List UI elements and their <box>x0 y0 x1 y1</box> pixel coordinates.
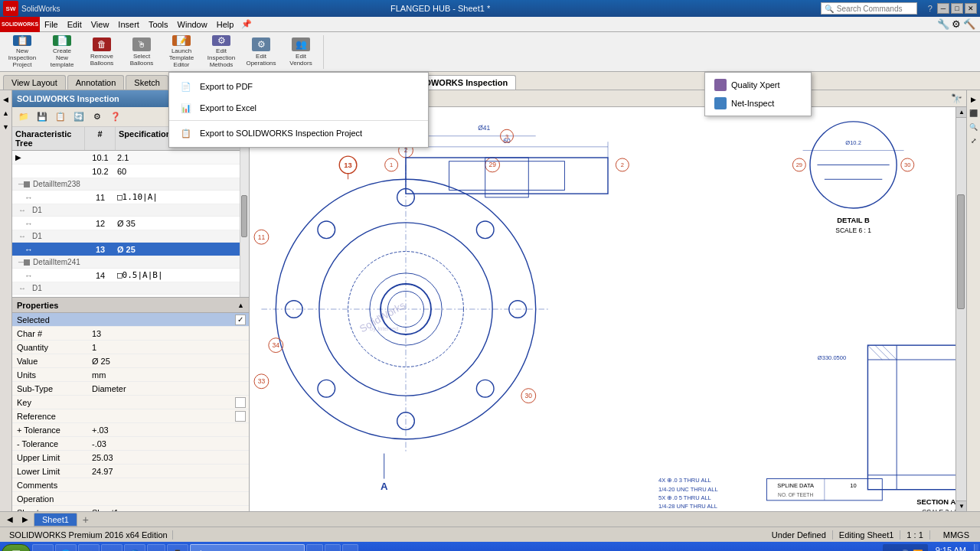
panel-tb-4[interactable]: 🔄 <box>70 109 87 126</box>
select-balloons-btn[interactable]: 🖱 Select Balloons <box>122 35 161 69</box>
launch-template-editor-btn[interactable]: 📝 Launch Template Editor <box>162 35 201 69</box>
rt-btn-1[interactable]: ▶ <box>968 93 980 106</box>
props-scrollbar-btn[interactable]: ▲ <box>237 302 244 309</box>
svg-text:29: 29 <box>796 161 802 168</box>
expand-icon[interactable]: ▶ <box>12 153 24 161</box>
search-input[interactable] <box>837 5 913 13</box>
menu-help[interactable]: Help <box>212 18 239 31</box>
taskbar-chrome[interactable]: 🔵 <box>124 544 145 551</box>
tiny-btn-1[interactable]: ◀ <box>0 93 12 106</box>
prop-label-minus-tol: - Tolerance <box>12 438 89 450</box>
search-box[interactable]: 🔍 <box>821 2 917 15</box>
menu-insert[interactable]: Insert <box>113 18 144 31</box>
sheet-tab-next[interactable]: ▶ <box>18 514 32 526</box>
taskbar-filemanager[interactable]: 📂 <box>78 544 100 551</box>
title-controls[interactable]: 🔍 ? ─ □ ✕ <box>821 2 977 15</box>
row-num-14: 14 <box>85 269 116 282</box>
prop-check-selected[interactable]: ✓ <box>235 315 246 325</box>
tree-scrollbar[interactable] <box>240 127 249 297</box>
pin-btn[interactable]: 📌 <box>241 19 252 29</box>
panel-tb-2[interactable]: 💾 <box>34 109 51 126</box>
edit-operations-btn[interactable]: ⚙ Edit Operations <box>242 35 280 69</box>
prop-label-lower: Lower Limit <box>12 465 89 478</box>
scrollbar-btn-down[interactable]: ▼ <box>956 500 966 511</box>
scrollbar-thumb[interactable] <box>241 195 247 238</box>
taskbar-calc[interactable]: 📱 <box>167 544 188 551</box>
panel-tb-6[interactable]: ❓ <box>107 109 124 126</box>
left-tiny-toolbar: ◀ ▲ ▼ <box>0 90 12 511</box>
minimize-btn[interactable]: ─ <box>937 3 949 14</box>
svg-text:29: 29 <box>488 161 496 168</box>
characteristic-tree[interactable]: Characteristic Tree # Specification ▶ 10… <box>12 127 249 297</box>
start-button[interactable]: ⊞ <box>2 544 31 551</box>
taskbar-outlook[interactable]: 📧 <box>101 544 122 551</box>
panel-tb-3[interactable]: 📋 <box>52 109 69 126</box>
taskbar-sw[interactable]: ⚙ FLANGED HUB - She... <box>190 544 305 551</box>
create-template-icon: 📄 <box>53 35 71 46</box>
menu-edit[interactable]: Edit <box>63 18 87 31</box>
remove-balloons-btn[interactable]: 🗑 Remove Balloons <box>83 35 121 69</box>
dropdown-item-pdf[interactable]: 📄 Export to PDF <box>169 76 428 97</box>
menu-file[interactable]: File <box>40 18 63 31</box>
prop-label-units: Units <box>12 369 89 381</box>
tab-annotation[interactable]: Annotation <box>67 75 125 90</box>
tab-view-layout[interactable]: View Layout <box>3 75 66 90</box>
menu-tools[interactable]: Tools <box>144 18 173 31</box>
tree-row-13[interactable]: ↔ 13 Ø 25 <box>12 243 249 256</box>
prop-check-reference[interactable] <box>235 411 246 422</box>
draw-tb-btn-zoom[interactable]: 🔭 <box>949 92 963 106</box>
taskbar: ⊞ 📁 🌐 📂 📧 🔵 W 📱 ⚙ FLANGED HUB - She... P… <box>0 542 980 551</box>
right-toolbar: ▶ ⬛ 🔍 ⤢ <box>966 90 980 511</box>
options-icon[interactable]: 🔨 <box>963 18 975 30</box>
help-btn[interactable]: ? <box>925 4 936 13</box>
edit-vendors-btn[interactable]: 👥 Edit Vendors <box>282 35 320 69</box>
edit-inspection-methods-btn[interactable]: ⚙ Edit Inspection Methods <box>202 35 240 69</box>
taskbar-ie[interactable]: 🌐 <box>55 544 77 551</box>
drawing-scrollbar-v[interactable]: ▲ ▼ <box>956 107 966 511</box>
sw-logo-menu: SOLIDWORKS <box>0 17 40 32</box>
prop-check-key[interactable] <box>235 397 246 408</box>
svg-text:NO. OF TEETH: NO. OF TEETH <box>778 492 813 497</box>
dropdown-item-sw-project[interactable]: 📋 Export to SOLIDWORKS Inspection Projec… <box>169 122 428 144</box>
taskbar-word[interactable]: W <box>147 544 165 551</box>
drawing-area[interactable]: 🔍 ⬜ ↖ ↗ ⬛ 🔭 <box>250 90 966 511</box>
sheet-tab-add[interactable]: + <box>79 513 93 527</box>
svg-text:SCALE 3 : 2: SCALE 3 : 2 <box>922 508 958 511</box>
prop-val-upper: 25.03 <box>89 452 249 464</box>
sheet-tab-1[interactable]: Sheet1 <box>34 513 77 527</box>
rt-btn-2[interactable]: ⬛ <box>968 107 980 119</box>
menu-view[interactable]: View <box>87 18 114 31</box>
close-btn[interactable]: ✕ <box>965 3 977 14</box>
gear-icon[interactable]: ⚙ <box>952 18 961 30</box>
taskbar-app[interactable]: A <box>342 544 358 551</box>
clock[interactable]: 9:15 AM 2/4/2016 <box>931 546 971 551</box>
show-desktop-btn[interactable] <box>974 544 978 551</box>
new-inspection-project-btn[interactable]: 📋 New Inspection Project <box>3 35 41 69</box>
maximize-btn[interactable]: □ <box>951 3 963 14</box>
tiny-btn-3[interactable]: ▼ <box>0 121 12 133</box>
panel-tb-1[interactable]: 📁 <box>15 109 32 126</box>
rt-btn-3[interactable]: 🔍 <box>968 121 980 133</box>
taskbar-sw2[interactable]: S <box>325 544 341 551</box>
panel-tb-5[interactable]: ⚙ <box>89 109 106 126</box>
prop-val-reference <box>89 415 235 418</box>
scale-text: 1 : 1 <box>900 530 929 540</box>
create-new-template-btn[interactable]: 📄 Create New template <box>43 35 81 69</box>
menu-window[interactable]: Window <box>173 18 212 31</box>
taskbar-explorer[interactable]: 📁 <box>32 544 54 551</box>
tiny-btn-2[interactable]: ▲ <box>0 107 12 119</box>
magnet-icon[interactable]: 🔧 <box>937 18 949 30</box>
sheet-tab-prev[interactable]: ◀ <box>3 514 17 526</box>
scrollbar-thumb-v[interactable] <box>957 194 965 309</box>
net-inspect-item[interactable]: Net-Inspect <box>705 94 811 112</box>
dropdown-item-excel[interactable]: 📊 Export to Excel <box>169 97 428 119</box>
rt-btn-4[interactable]: ⤢ <box>968 135 980 147</box>
scrollbar-track[interactable] <box>956 118 966 500</box>
taskbar-ps[interactable]: P <box>306 544 322 551</box>
quality-xpert-item[interactable]: Quality Xpert <box>705 76 811 94</box>
properties-header[interactable]: Properties ▲ <box>12 298 249 313</box>
tab-sketch[interactable]: Sketch <box>126 75 168 90</box>
edit-vendors-icon: 👥 <box>292 37 310 51</box>
ref-icon-12: ↔ <box>24 219 35 228</box>
scrollbar-btn-up[interactable]: ▲ <box>956 107 966 118</box>
